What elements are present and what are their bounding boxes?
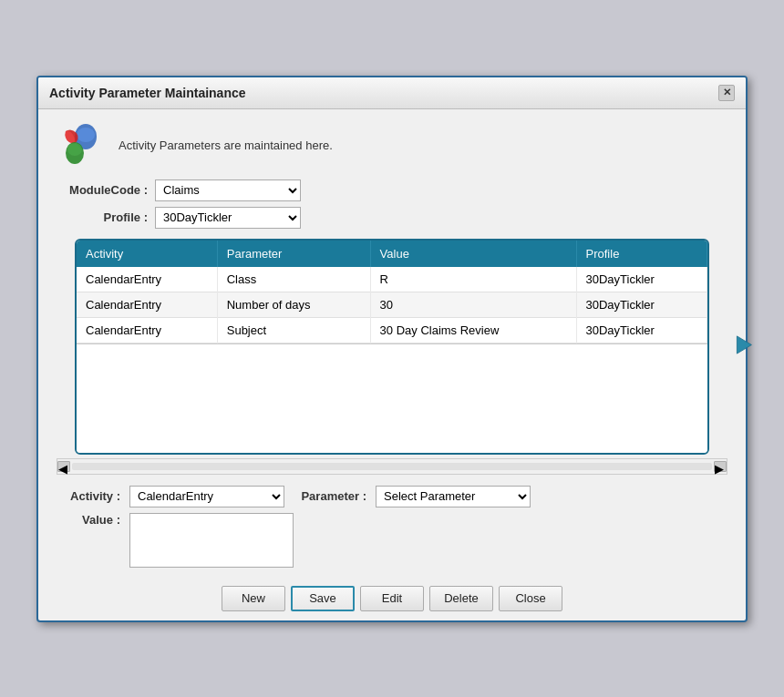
horizontal-scrollbar[interactable]: ◀ ▶: [57, 458, 727, 475]
module-code-label: ModuleCode :: [66, 183, 148, 197]
dialog-window: Activity Parameter Maintainance ✕ Activi…: [36, 76, 748, 622]
table-scroll-area[interactable]: Activity Parameter Value Profile Calenda…: [77, 241, 707, 453]
app-icon: [57, 122, 104, 169]
activity-bottom-label: Activity :: [57, 489, 120, 503]
svg-point-1: [77, 128, 95, 142]
activity-bottom-select[interactable]: CalendarEntry: [129, 486, 284, 507]
scroll-track: [72, 463, 712, 470]
profile-select[interactable]: 30DayTickler: [155, 207, 301, 229]
table-row[interactable]: CalendarEntryClassR30DayTickler: [77, 267, 707, 292]
col-value: Value: [370, 241, 576, 267]
scroll-right-btn[interactable]: ▶: [714, 461, 727, 472]
data-table: Activity Parameter Value Profile Calenda…: [77, 241, 707, 343]
svg-point-3: [67, 143, 82, 156]
scroll-left-btn[interactable]: ◀: [57, 461, 70, 472]
activity-parameter-row: Activity : CalendarEntry Parameter : Sel…: [57, 486, 727, 507]
edit-button[interactable]: Edit: [360, 586, 424, 611]
module-code-row: ModuleCode : Claims: [38, 177, 746, 204]
svg-marker-4: [737, 336, 751, 354]
new-button[interactable]: New: [222, 586, 285, 611]
profile-row: Profile : 30DayTickler: [38, 204, 746, 231]
table-row[interactable]: CalendarEntrySubject30 Day Claims Review…: [77, 317, 707, 343]
header-section: Activity Parameters are maintained here.: [38, 109, 746, 177]
col-profile: Profile: [576, 241, 707, 267]
save-button[interactable]: Save: [291, 586, 355, 611]
col-parameter: Parameter: [217, 241, 370, 267]
dialog-title: Activity Parameter Maintainance: [49, 86, 246, 100]
empty-scroll-area: [77, 343, 707, 453]
table-row[interactable]: CalendarEntryNumber of days3030DayTickle…: [77, 292, 707, 317]
delete-button[interactable]: Delete: [429, 586, 493, 611]
arrow-indicator: [724, 331, 753, 363]
parameter-bottom-select[interactable]: Select Parameter: [376, 486, 531, 507]
value-input[interactable]: [129, 513, 294, 568]
data-table-container: Activity Parameter Value Profile Calenda…: [75, 239, 709, 455]
parameter-bottom-label: Parameter :: [294, 489, 366, 503]
value-label: Value :: [57, 513, 120, 527]
header-text: Activity Parameters are maintained here.: [119, 138, 333, 152]
close-icon[interactable]: ✕: [718, 85, 735, 101]
module-code-select[interactable]: Claims: [155, 179, 301, 201]
button-row: New Save Edit Delete Close: [38, 580, 746, 620]
bottom-form: Activity : CalendarEntry Parameter : Sel…: [38, 477, 746, 580]
value-row: Value :: [57, 513, 727, 568]
close-button[interactable]: Close: [499, 586, 562, 611]
table-header-row: Activity Parameter Value Profile: [77, 241, 707, 267]
col-activity: Activity: [77, 241, 217, 267]
profile-label: Profile :: [66, 210, 148, 224]
title-bar: Activity Parameter Maintainance ✕: [38, 77, 746, 109]
